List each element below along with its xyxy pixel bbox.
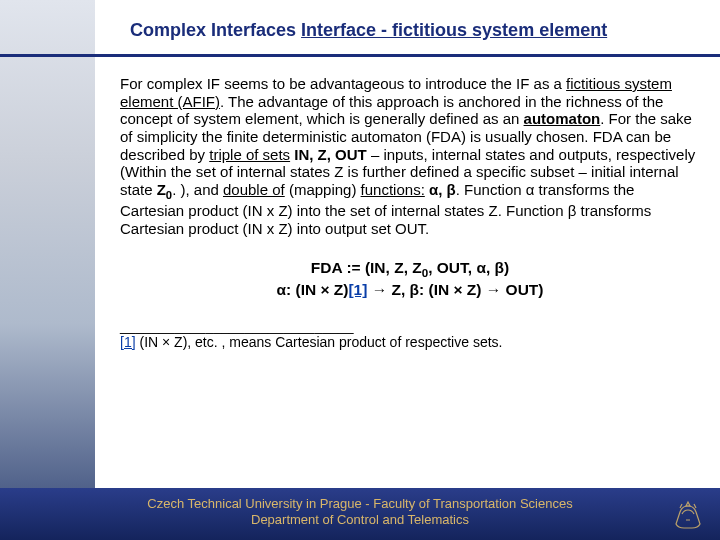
formula-block: FDA := (IN, Z, Z0, OUT, α, β) α: (IN × Z… — [120, 258, 700, 300]
text-run-underline: double of — [223, 181, 285, 198]
text-run: . ), and — [172, 181, 223, 198]
formula-text: , OUT, α, β) — [428, 259, 509, 276]
title-underlined: Interface - fictitious system element — [301, 20, 607, 40]
footnote-separator: ______________________________ — [120, 318, 700, 334]
formula-text: → Z, β: (IN × Z) → OUT) — [367, 281, 543, 298]
text-run-bold-underline: automaton — [524, 110, 601, 127]
footnote-text: (IN × Z), etc. , means Cartesian product… — [136, 334, 503, 350]
formula-text: α: (IN × Z) — [277, 281, 349, 298]
title-prefix: Complex Interfaces — [130, 20, 301, 40]
footer-line-2: Department of Control and Telematics — [251, 512, 469, 528]
footnote-ref-link[interactable]: [1] — [348, 281, 367, 298]
formula-line-2: α: (IN × Z)[1] → Z, β: (IN × Z) → OUT) — [120, 280, 700, 300]
text-run-underline: triple of sets — [209, 146, 290, 163]
text-run: (mapping) — [285, 181, 361, 198]
body-content: For complex IF seems to be advantageous … — [120, 75, 700, 475]
formula-text: FDA := (IN, Z, Z — [311, 259, 422, 276]
title-underline — [0, 54, 720, 57]
slide: Complex Interfaces Interface - fictitiou… — [0, 0, 720, 540]
footer-line-1: Czech Technical University in Prague - F… — [147, 496, 572, 512]
text-run: For complex IF seems to be advantageous … — [120, 75, 566, 92]
text-run-underline: functions: — [361, 181, 425, 198]
lion-logo-icon — [668, 494, 708, 534]
footer: Czech Technical University in Prague - F… — [0, 488, 720, 540]
formula-line-1: FDA := (IN, Z, Z0, OUT, α, β) — [120, 258, 700, 280]
text-run-bold: Z — [157, 181, 166, 198]
main-paragraph: For complex IF seems to be advantageous … — [120, 75, 700, 238]
footnote-anchor[interactable]: [1] — [120, 334, 136, 350]
left-decorative-strip — [0, 0, 95, 540]
text-run-bold: α, β — [425, 181, 456, 198]
footnote: [1] (IN × Z), etc. , means Cartesian pro… — [120, 334, 700, 351]
slide-title: Complex Interfaces Interface - fictitiou… — [0, 20, 720, 52]
text-run-bold: IN, Z, OUT — [290, 146, 367, 163]
